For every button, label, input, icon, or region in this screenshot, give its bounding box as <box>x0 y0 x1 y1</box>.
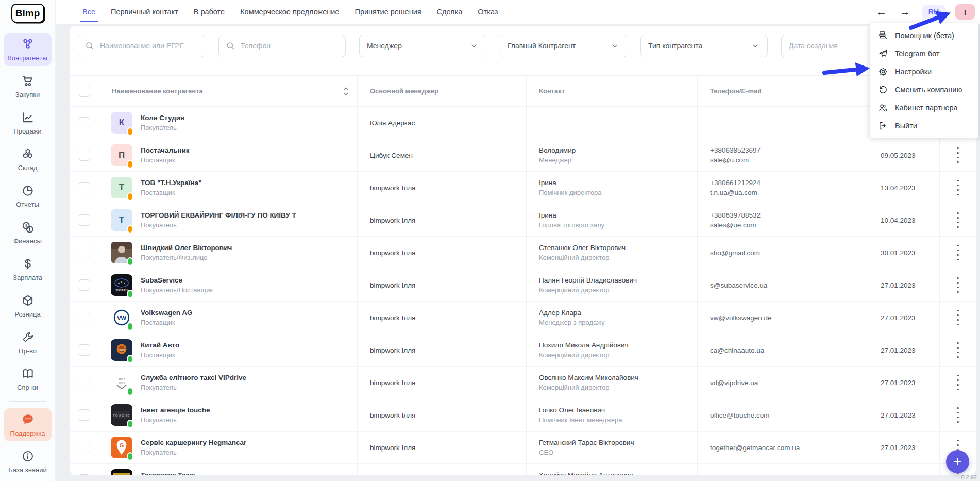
menu-item-label: Кабинет партнера <box>895 104 958 112</box>
tab-Сделка[interactable]: Сделка <box>437 0 463 24</box>
sidebar-item-sprki[interactable]: Спр-ки <box>4 362 52 395</box>
menu-item-assistant[interactable]: Помощник (бета) <box>870 26 978 44</box>
tab-В работе[interactable]: В работе <box>194 0 225 24</box>
sidebar-item-zarplata[interactable]: Зарплата <box>4 253 52 286</box>
row-checkbox[interactable] <box>79 442 90 453</box>
sidebar-items: КонтрагентыЗакупкиПродажиСкладОтчетыФина… <box>0 33 55 481</box>
row-checkbox[interactable] <box>79 474 90 475</box>
email: t.n.ua@ua.com <box>710 189 757 196</box>
language-switcher[interactable]: RU <box>922 5 945 19</box>
row-checkbox[interactable] <box>79 214 90 226</box>
table-row[interactable]: ТТОВ "Т.Н.Україна"Поставщикbimpwork Ілля… <box>70 172 976 204</box>
filter-main-counterparty[interactable]: Главный Контрагент <box>500 35 627 57</box>
forward-arrow-button[interactable]: → <box>899 6 912 18</box>
row-checkbox[interactable] <box>79 344 90 356</box>
manager-name: Юлія Адеркас <box>370 119 415 127</box>
table-row[interactable]: ППостачальникПоставщикЦибук СеменВолодим… <box>70 139 976 172</box>
sidebar-item-prvo[interactable]: Пр-во <box>4 326 52 359</box>
table-row[interactable]: ТТОРГОВИЙ ЕКВАЙРИНГ ФІЛІЯ-ГУ ПО КИЇВУ ТП… <box>70 204 976 237</box>
phone-input[interactable] <box>240 41 339 51</box>
menu-item-partner-cabinet[interactable]: Кабинет партнера <box>870 98 978 117</box>
sidebar-item-roznitsa[interactable]: Розница <box>4 289 52 322</box>
contact-cell: Овсянко Максим МиколайовичКомерційний ди… <box>526 367 697 399</box>
search-icon <box>225 41 235 51</box>
row-menu-button[interactable] <box>955 404 961 426</box>
menu-item-settings[interactable]: Настройки <box>870 62 978 80</box>
sort-icon[interactable] <box>342 86 350 97</box>
row-menu-button[interactable] <box>955 371 961 394</box>
row-checkbox[interactable] <box>79 312 90 323</box>
dollar-icon <box>21 257 35 271</box>
table-row[interactable]: Швидкий Олег ВікторовичПокупатель/Физ.ли… <box>70 237 976 269</box>
date-cell: 27.01.2023 <box>868 464 939 475</box>
contact-name: Адлер Клара <box>539 309 581 317</box>
manager-name: bimpwork Ілля <box>370 184 415 192</box>
sidebar-item-otchety[interactable]: Отчеты <box>4 179 52 212</box>
tab-Коммерческое предложение[interactable]: Коммерческое предложение <box>240 0 339 24</box>
tab-Принятие решения[interactable]: Принятие решения <box>355 0 421 24</box>
menu-item-telegram[interactable]: Telegram бот <box>870 44 978 62</box>
contact-name: Гопко Олег Іванович <box>539 406 605 414</box>
email: together@getmancar.com.ua <box>710 444 800 452</box>
counterparty-name: Івент агенція touche <box>141 406 210 414</box>
sidebar-item-prodazhi[interactable]: Продажи <box>4 106 52 139</box>
row-checkbox[interactable] <box>79 377 90 388</box>
phone-email-cell: +380638523697sale@u.com <box>697 139 868 171</box>
counterparty-cell: TOUCHÉІвент агенція toucheПокупатель <box>99 399 357 431</box>
actions-cell <box>939 204 976 236</box>
row-menu-button[interactable] <box>955 241 961 264</box>
name-or-egrg-input[interactable] <box>99 41 198 51</box>
tab-Отказ[interactable]: Отказ <box>478 0 498 24</box>
row-checkbox[interactable] <box>79 409 90 421</box>
sidebar: Bimp КонтрагентыЗакупкиПродажиСкладОтчет… <box>0 0 56 481</box>
date-cell: 27.01.2023 <box>868 367 939 399</box>
phone-email-cell: together@getmancar.com.ua <box>697 432 868 463</box>
table-row[interactable]: ККоля СтудияПокупательЮлія Адеркас <box>70 107 976 139</box>
tab-Первичный контакт[interactable]: Первичный контакт <box>111 0 178 24</box>
table-row[interactable]: VIPDRIVEСлужба елітного таксі VIPdriveПо… <box>70 367 976 399</box>
creation-date: 27.01.2023 <box>881 379 916 387</box>
table-row[interactable]: VWVolkswagen AGПоставщикbimpwork ІлляАдл… <box>70 302 976 334</box>
row-checkbox[interactable] <box>79 182 90 193</box>
contact-cell: Похило Микола АндрійовичКомерційний дире… <box>526 334 697 366</box>
counterparty-type: Покупатель <box>141 416 210 424</box>
add-counterparty-button[interactable]: + <box>946 450 969 473</box>
menu-item-logout[interactable]: Выйти <box>870 117 978 135</box>
row-menu-button[interactable] <box>955 144 961 167</box>
row-checkbox[interactable] <box>79 117 90 128</box>
manager-cell: bimpwork Ілля <box>357 464 526 475</box>
filter-manager[interactable]: Менеджер <box>359 35 486 57</box>
row-menu-button[interactable] <box>955 209 961 231</box>
row-menu-button[interactable] <box>955 176 961 199</box>
table-row[interactable]: GСервіс каршерингу HegmancarПокупательbi… <box>70 432 976 464</box>
select-all-checkbox[interactable] <box>79 86 90 97</box>
back-arrow-button[interactable]: ← <box>875 6 888 18</box>
contact-cell: Степанюк Олег ВікторовичКоменційний дире… <box>526 237 697 269</box>
table-row[interactable]: TAXIТаксопарк ТаксіПокупательbimpwork Іл… <box>70 464 976 475</box>
sidebar-item-kontragenty[interactable]: Контрагенты <box>4 33 52 66</box>
table-row[interactable]: АВТОКитай АвтоПоставщикbimpwork ІлляПохи… <box>70 334 976 367</box>
actions-cell <box>939 139 976 171</box>
table-row[interactable]: SUBARUSubaServiceПокупатель/Поставщикbim… <box>70 269 976 302</box>
tab-Все[interactable]: Все <box>82 0 95 24</box>
menu-item-switch-company[interactable]: Сменить компанию <box>870 80 978 98</box>
sidebar-item-baza-znaniy[interactable]: База знаний <box>4 445 52 478</box>
contact-name: Гетманский Тарас Вікторович <box>539 439 634 446</box>
table-row[interactable]: TOUCHÉІвент агенція toucheПокупательbimp… <box>70 399 976 432</box>
row-menu-button[interactable] <box>955 306 961 329</box>
sidebar-item-finansy[interactable]: Финансы <box>4 216 52 249</box>
filter-counterparty-type[interactable]: Тип контрагента <box>640 35 768 57</box>
row-checkbox[interactable] <box>79 150 90 161</box>
row-menu-button[interactable] <box>955 274 961 296</box>
sidebar-item-zakupki[interactable]: Закупки <box>4 70 52 103</box>
counterparty-name: ТОВ "Т.Н.Україна" <box>141 179 202 187</box>
phone-email-cell: taxi@taxipark.ua <box>697 464 868 475</box>
row-checkbox[interactable] <box>79 279 90 291</box>
user-avatar-button[interactable]: I <box>955 4 975 20</box>
sidebar-item-podderzhka[interactable]: Поддержка <box>4 408 52 441</box>
row-menu-button[interactable] <box>955 339 961 361</box>
row-checkbox[interactable] <box>79 247 90 258</box>
phone-email-cell: vw@volkswagen.de <box>697 302 868 334</box>
sidebar-item-sklad[interactable]: Склад <box>4 143 52 176</box>
status-dot <box>127 160 133 169</box>
